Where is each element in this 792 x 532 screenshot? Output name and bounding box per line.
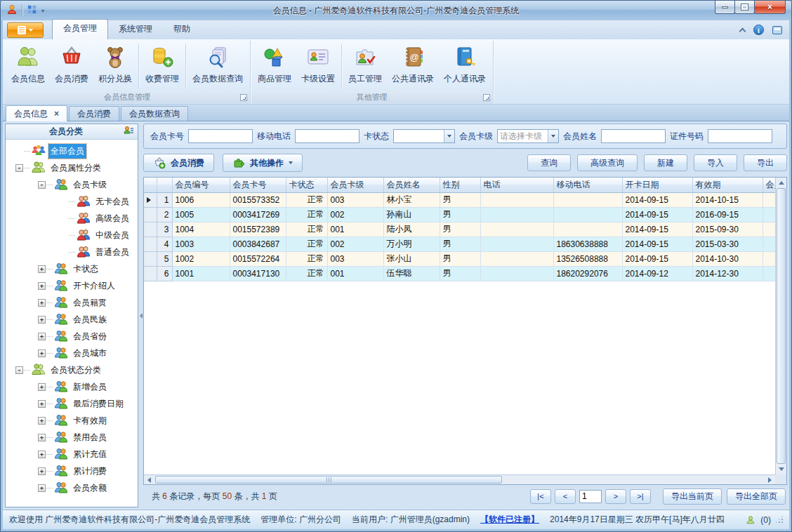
table-row[interactable]: 310040015572389正常001陆小凤男2014-09-152015-0…: [144, 222, 779, 237]
tree-item[interactable]: 全部会员: [6, 142, 138, 159]
tree-item[interactable]: +开卡介绍人: [6, 277, 138, 294]
tree-item[interactable]: +最后消费日期: [6, 395, 138, 412]
last-page-button[interactable]: >|: [630, 489, 651, 504]
tree-item[interactable]: +累计消费: [6, 463, 138, 479]
next-page-button[interactable]: >: [605, 489, 626, 504]
tree-item[interactable]: +禁用会员: [6, 429, 138, 446]
tree-item[interactable]: 中级会员: [6, 227, 138, 244]
filter-card-status-combo[interactable]: [393, 129, 455, 143]
dialog-launcher-icon[interactable]: [240, 94, 247, 101]
tree-expander[interactable]: +: [38, 434, 46, 441]
tree-item[interactable]: +会员民族: [6, 311, 138, 328]
tree-expander[interactable]: +: [38, 350, 46, 357]
other-actions-button[interactable]: 其他操作: [223, 154, 303, 172]
vertical-scroll-thumb[interactable]: [777, 188, 786, 464]
tree-expander[interactable]: +: [38, 484, 46, 492]
dialog-launcher-icon[interactable]: [483, 94, 490, 101]
table-row[interactable]: 110060015573352正常003林小宝男2014-09-152014-1…: [144, 192, 779, 207]
filter-mobile-input[interactable]: [295, 129, 359, 143]
horizontal-scrollbar[interactable]: [144, 474, 775, 484]
column-header-phone[interactable]: 电话: [480, 178, 553, 192]
horizontal-scroll-thumb[interactable]: [155, 476, 502, 484]
export-current-page-button[interactable]: 导出当前页: [663, 488, 722, 505]
column-header-mobile[interactable]: 移动电话: [553, 178, 622, 192]
scroll-left-icon[interactable]: [144, 475, 154, 484]
document-tab[interactable]: 会员信息×: [6, 105, 67, 121]
tab-close-icon[interactable]: ×: [54, 110, 59, 117]
column-header-gender[interactable]: 性别: [440, 178, 480, 192]
column-header-open-date[interactable]: 开卡日期: [622, 178, 692, 192]
resize-grip[interactable]: [776, 517, 783, 524]
column-header-card-level[interactable]: 会员卡级: [327, 178, 383, 192]
registered-link[interactable]: 【软件已注册】: [480, 514, 539, 526]
import-button[interactable]: 导入: [694, 154, 737, 171]
ribbon-button-public-contacts[interactable]: @公共通讯录: [387, 42, 439, 90]
minimize-button[interactable]: [715, 1, 735, 14]
vertical-scrollbar[interactable]: [775, 178, 786, 474]
tree-item[interactable]: +新增会员: [6, 378, 138, 395]
tree-item[interactable]: +会员城市: [6, 345, 138, 361]
combo-dropdown-icon[interactable]: [444, 130, 454, 142]
table-row[interactable]: 510020015572264正常003张小山男135265088882014-…: [144, 251, 779, 266]
sidebar-splitter[interactable]: [138, 124, 143, 507]
filter-id-number-input[interactable]: [708, 129, 772, 143]
create-button[interactable]: 新建: [644, 154, 687, 171]
tree-expander[interactable]: +: [38, 282, 46, 290]
tree-item[interactable]: +卡有效期: [6, 412, 138, 429]
tree-item[interactable]: -会员卡级: [6, 176, 138, 193]
tree-expander[interactable]: +: [38, 451, 46, 458]
column-header-card-no[interactable]: 会员卡号: [230, 178, 286, 192]
layout-grid-icon[interactable]: [27, 4, 37, 17]
column-header-member-name[interactable]: 会员姓名: [383, 178, 440, 192]
member-consume-button[interactable]: 会员消费: [143, 154, 214, 172]
tree-item[interactable]: +卡状态: [6, 260, 138, 277]
table-row[interactable]: 410030003842687正常002万小明男186306388882014-…: [144, 237, 779, 251]
restore-button[interactable]: [734, 1, 755, 14]
ribbon-button-points-exchange[interactable]: 积分兑换: [93, 42, 137, 90]
tree-expander[interactable]: +: [38, 467, 46, 475]
member-list-icon[interactable]: [123, 125, 134, 138]
ribbon-button-card-level-settings[interactable]: 卡级设置: [296, 42, 340, 90]
ribbon-tab-system-management[interactable]: 系统管理: [108, 20, 163, 39]
tree-item[interactable]: 普通会员: [6, 244, 138, 260]
tree-expander[interactable]: -: [15, 164, 23, 172]
combo-dropdown-icon[interactable]: [548, 130, 558, 142]
tree-expander[interactable]: +: [38, 400, 46, 408]
filter-card-number-input[interactable]: [188, 129, 253, 143]
export-button[interactable]: 导出: [744, 154, 787, 171]
tree-item[interactable]: 无卡会员: [6, 193, 138, 210]
tree-expander[interactable]: -: [15, 366, 23, 374]
page-input[interactable]: [579, 490, 602, 503]
export-all-pages-button[interactable]: 导出全部页: [727, 488, 786, 505]
tree-expander[interactable]: +: [38, 333, 46, 340]
ribbon-button-member-info[interactable]: 会员信息: [6, 42, 50, 90]
table-row[interactable]: 210050003417269正常002孙南山男2014-09-152016-0…: [144, 207, 779, 222]
ribbon-button-member-consume[interactable]: 会员消费: [50, 42, 93, 90]
tree-item[interactable]: -会员状态分类: [6, 361, 138, 378]
message-count[interactable]: (0): [760, 515, 771, 525]
window-style-icon[interactable]: [772, 26, 782, 34]
tree-expander[interactable]: +: [38, 383, 46, 391]
table-row[interactable]: 610010003417130正常001伍华聪男186202920762014-…: [144, 266, 779, 281]
ribbon-button-staff-management[interactable]: 员工管理: [343, 42, 387, 90]
scroll-down-icon[interactable]: [776, 464, 786, 474]
document-tab[interactable]: 会员消费: [69, 106, 119, 121]
tree-item[interactable]: 高级会员: [6, 210, 138, 227]
ribbon-tab-member-management[interactable]: 会员管理: [52, 19, 108, 39]
tree-item[interactable]: +会员余额: [6, 479, 138, 496]
column-header-valid-until[interactable]: 有效期: [692, 178, 763, 192]
advanced-query-button[interactable]: 高级查询: [577, 154, 638, 171]
scroll-right-icon[interactable]: [765, 475, 775, 484]
column-header-member-id[interactable]: 会员编号: [172, 178, 230, 192]
document-tab[interactable]: 会员数据查询: [121, 106, 188, 121]
tree-expander[interactable]: +: [38, 316, 46, 324]
tree-expander[interactable]: -: [38, 181, 46, 189]
qat-dropdown-icon[interactable]: ▾: [41, 8, 44, 14]
scroll-up-icon[interactable]: [776, 178, 786, 188]
collapse-ribbon-icon[interactable]: [739, 27, 746, 34]
app-menu-button[interactable]: [7, 22, 44, 38]
tree-item[interactable]: +累计充值: [6, 446, 138, 463]
ribbon-button-member-data-query[interactable]: 会员数据查询: [187, 42, 248, 90]
tree-item[interactable]: +会员省份: [6, 328, 138, 345]
close-button[interactable]: ×: [754, 1, 786, 14]
